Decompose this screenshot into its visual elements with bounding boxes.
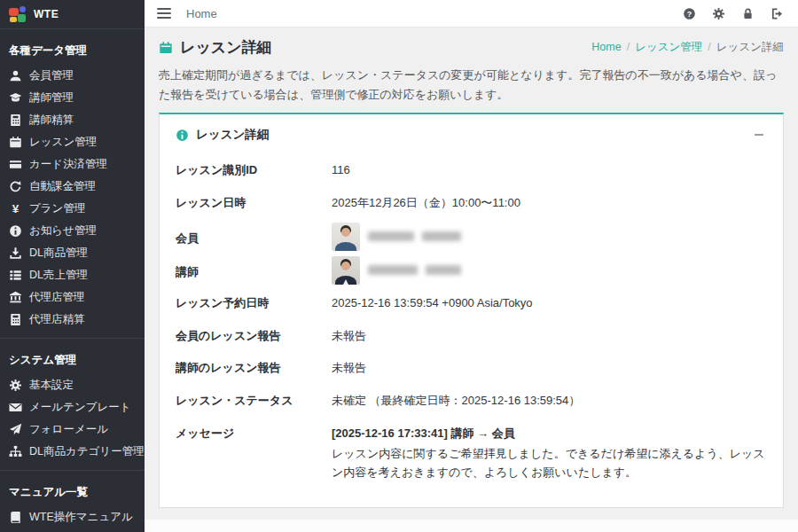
sidebar-item-label: メールテンプレート [29, 400, 131, 415]
sidebar-item-agency-settlement[interactable]: 代理店精算 [0, 309, 145, 331]
sidebar-item-label: フォローメール [29, 422, 108, 437]
row-label: レッスン日時 [176, 194, 332, 213]
message-meta: [2025-12-16 17:33:41] 講師 → 会員 [332, 425, 767, 443]
sidebar-item-instructor-settlement[interactable]: 講師精算 [0, 109, 145, 131]
row-label: メッセージ [176, 425, 332, 482]
info-circle-icon [176, 129, 189, 142]
sidebar-item-follow-mail[interactable]: フォローメール [0, 419, 145, 441]
row-reserved-at: レッスン予約日時 2025-12-16 13:59:54 +0900 Asia/… [172, 287, 771, 320]
row-value: 2025年12月26日（金）10:00〜11:00 [332, 194, 520, 213]
row-lesson-id: レッスン識別ID 116 [172, 154, 771, 187]
row-member-report: 会員のレッスン報告 未報告 [172, 320, 771, 353]
logout-button[interactable] [768, 4, 786, 22]
sidebar-nav: 各種データ管理 会員管理 講師管理 講師精算 レッスン管理 カード決済管理 自動… [0, 29, 145, 532]
instructor-name-redacted [368, 265, 461, 275]
breadcrumb-separator: / [627, 41, 630, 53]
user-icon [9, 69, 22, 82]
paper-plane-icon [9, 423, 22, 436]
row-label: 講師のレッスン報告 [176, 359, 332, 378]
lesson-detail-panel: レッスン詳細 レッスン識別ID 116 レッスン日時 2025年12月26日（金… [159, 113, 784, 508]
member-link[interactable] [332, 223, 461, 251]
sidebar-item-instructors[interactable]: 講師管理 [0, 87, 145, 109]
svg-text:?: ? [686, 9, 691, 18]
sidebar-item-members[interactable]: 会員管理 [0, 65, 145, 87]
collapse-button[interactable] [751, 129, 767, 141]
menu-toggle-button[interactable] [157, 5, 171, 21]
row-label: レッスン識別ID [176, 161, 332, 180]
app-logo[interactable]: WTE [0, 0, 145, 29]
sidebar-item-lessons[interactable]: レッスン管理 [0, 131, 145, 153]
row-value: 未報告 [332, 359, 366, 378]
message-body: レッスン内容に関するご希望拝見しました。できるだけ希望に添えるよう、レッスン内容… [332, 444, 767, 482]
page-head: レッスン詳細 Home/レッスン管理/レッスン詳細 [159, 37, 784, 58]
sidebar-item-wte-manual[interactable]: WTE操作マニュアル [0, 506, 145, 528]
gear-icon [9, 379, 22, 392]
sidebar-item-basic-settings[interactable]: 基本設定 [0, 374, 145, 396]
content-footer [145, 519, 798, 532]
row-message: メッセージ [2025-12-16 17:33:41] 講師 → 会員 レッスン… [172, 418, 771, 489]
main-area: Home ? レッスン詳細 Home/レッスン管理/レッスン詳細 [145, 0, 798, 532]
sidebar-item-agencies[interactable]: 代理店管理 [0, 286, 145, 309]
breadcrumb-current: レッスン詳細 [716, 41, 784, 53]
sidebar-section-header-system: システム管理 [0, 346, 145, 374]
sidebar-item-label: WTE操作マニュアル [29, 510, 133, 525]
sidebar-item-notices[interactable]: お知らせ管理 [0, 220, 145, 242]
settings-button[interactable] [709, 4, 727, 22]
sidebar-divider [0, 338, 145, 339]
topbar-title: Home [186, 7, 217, 20]
sidebar-item-plans[interactable]: プラン管理 [0, 198, 145, 220]
row-label: レッスン・ステータス [176, 392, 332, 411]
page-content: レッスン詳細 Home/レッスン管理/レッスン詳細 売上確定期間が過ぎるまでは、… [145, 27, 798, 532]
breadcrumb: Home/レッスン管理/レッスン詳細 [591, 37, 784, 55]
help-button[interactable]: ? [680, 4, 698, 22]
calculator-icon [9, 113, 22, 127]
wte-logo-icon [9, 6, 27, 23]
calculator-icon [9, 313, 22, 326]
row-value: 未確定 （最終確定日時：2025-12-16 13:59:54） [332, 392, 580, 411]
breadcrumb-lesson-management[interactable]: レッスン管理 [635, 41, 702, 53]
sidebar-item-label: 自動課金管理 [29, 179, 96, 194]
minus-icon [755, 134, 763, 136]
app-logo-text: WTE [34, 8, 59, 20]
breadcrumb-home[interactable]: Home [591, 41, 621, 53]
row-value [332, 256, 461, 285]
sidebar-item-label: 代理店管理 [29, 290, 85, 305]
calendar-icon [159, 41, 173, 55]
sidebar-item-label: 代理店精算 [29, 312, 85, 327]
sidebar-item-label: 講師管理 [29, 90, 74, 106]
row-label: レッスン予約日時 [176, 294, 332, 313]
sidebar-item-mail-templates[interactable]: メールテンプレート [0, 396, 145, 419]
page-title: レッスン詳細 [159, 37, 272, 58]
lock-button[interactable] [739, 4, 756, 22]
sitemap-icon [9, 445, 22, 458]
sidebar-section-header-data: 各種データ管理 [0, 36, 145, 65]
sidebar-item-label: プラン管理 [29, 201, 85, 216]
sidebar-item-card-payments[interactable]: カード決済管理 [0, 153, 145, 176]
sidebar-item-label: レッスン管理 [29, 135, 97, 150]
row-label: 講師 [176, 256, 332, 285]
sidebar-divider [0, 470, 145, 471]
sidebar-item-auto-billing[interactable]: 自動課金管理 [0, 176, 145, 198]
list-icon [9, 269, 22, 282]
sign-out-icon [771, 7, 784, 20]
sidebar-item-label: お知らせ管理 [29, 223, 97, 239]
member-avatar [332, 223, 360, 251]
breadcrumb-separator: / [708, 41, 710, 53]
instructor-avatar [332, 256, 360, 285]
info-circle-icon [9, 224, 22, 238]
row-lesson-status: レッスン・ステータス 未確定 （最終確定日時：2025-12-16 13:59:… [172, 385, 771, 418]
row-value: 2025-12-16 13:59:54 +0900 Asia/Tokyo [332, 294, 533, 313]
row-lesson-datetime: レッスン日時 2025年12月26日（金）10:00〜11:00 [172, 187, 771, 220]
sidebar-item-dl-categories[interactable]: DL商品カテゴリー管理 [0, 441, 145, 463]
yen-icon [9, 202, 22, 215]
row-member: 会員 [172, 220, 771, 254]
row-instructor: 講師 [172, 254, 771, 287]
sidebar-item-label: 講師精算 [29, 113, 74, 128]
sidebar-item-dl-products[interactable]: DL商品管理 [0, 242, 145, 264]
instructor-link[interactable] [332, 256, 461, 285]
row-instructor-report: 講師のレッスン報告 未報告 [172, 352, 771, 385]
sidebar-section-header-manual: マニュアル一覧 [0, 478, 145, 506]
sidebar-item-dl-sales[interactable]: DL売上管理 [0, 264, 145, 286]
help-icon: ? [683, 7, 696, 20]
row-value [332, 223, 461, 251]
